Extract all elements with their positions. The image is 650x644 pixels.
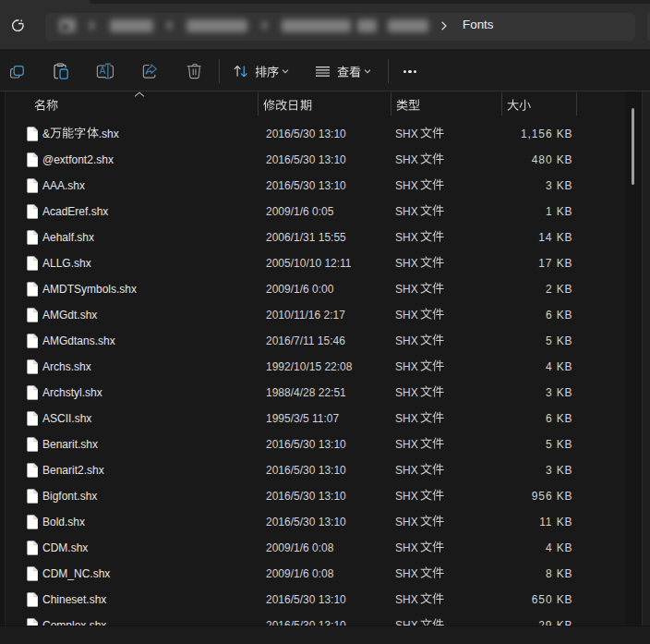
svg-text:A: A [100, 66, 106, 76]
